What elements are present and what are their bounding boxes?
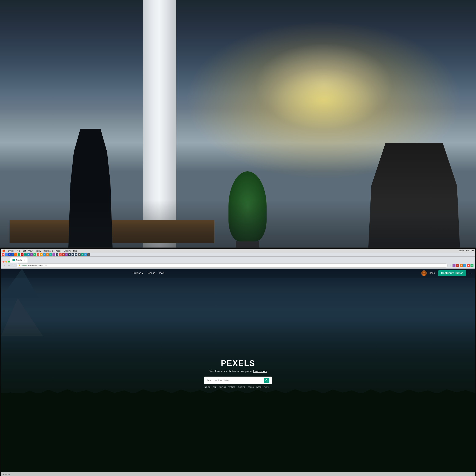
office-pillar [143, 0, 176, 228]
office-bg-gradient [0, 0, 228, 228]
office-background [0, 0, 228, 228]
desk-foreground [0, 200, 228, 228]
